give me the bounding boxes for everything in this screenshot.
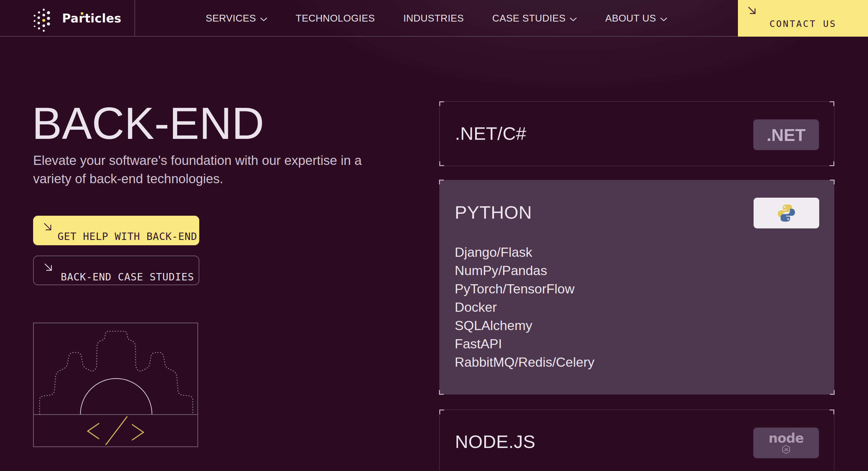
nav-item-technologies[interactable]: TECHNOLOGIES: [296, 13, 375, 24]
list-item: PyTorch/TensorFlow: [455, 280, 594, 298]
get-help-button[interactable]: GET HELP WITH BACK-END: [33, 216, 199, 245]
tech-card-dotnet[interactable]: .NET/C# .NET: [439, 101, 834, 166]
gear-hub-semicircle: [81, 378, 152, 414]
header: Particles SERVICES TECHNOLOGIES INDUSTRI…: [0, 0, 868, 37]
gear-illustration: [34, 323, 197, 414]
tech-card-python[interactable]: PYTHON Django/Flask NumPy/Pandas PyTorch…: [439, 180, 834, 395]
nodejs-logo-icon: node JS: [753, 428, 819, 458]
nav-label: ABOUT US: [605, 13, 656, 24]
get-help-label: GET HELP WITH BACK-END: [33, 231, 199, 242]
brand-i-dot: [81, 12, 83, 15]
particles-logo-icon: [33, 4, 58, 33]
code-band: [34, 414, 197, 446]
contact-us-button[interactable]: CONTACT US: [738, 0, 868, 37]
corner-tick: [830, 101, 834, 106]
backend-illustration: [33, 323, 198, 447]
chevron-down-icon: [570, 13, 577, 24]
nav-label: INDUSTRIES: [403, 13, 464, 24]
corner-tick: [439, 180, 444, 184]
hero-description: Elevate your software's foundation with …: [33, 151, 379, 188]
chevron-down-icon: [260, 13, 267, 24]
contact-us-label: CONTACT US: [738, 18, 868, 29]
case-studies-button[interactable]: BACK-END CASE STUDIES: [33, 256, 199, 285]
chevron-down-icon: [660, 13, 667, 24]
corner-tick: [830, 161, 834, 166]
code-icon: [34, 414, 197, 447]
corner-tick: [439, 161, 444, 166]
nav-label: CASE STUDIES: [492, 13, 565, 24]
nodejs-hexagon-icon: JS: [782, 445, 790, 454]
nav-label: TECHNOLOGIES: [296, 13, 375, 24]
list-item: SQLAlchemy: [455, 316, 594, 335]
python-tech-list: Django/Flask NumPy/Pandas PyTorch/Tensor…: [455, 243, 594, 371]
corner-tick: [439, 409, 444, 414]
arrow-down-right-icon: [747, 6, 757, 16]
list-item: NumPy/Pandas: [455, 262, 594, 280]
backend-technology-page: Particles SERVICES TECHNOLOGIES INDUSTRI…: [0, 0, 868, 471]
main-nav: SERVICES TECHNOLOGIES INDUSTRIES CASE ST…: [135, 0, 738, 37]
corner-tick: [830, 409, 834, 414]
corner-tick: [830, 180, 835, 184]
nav-label: SERVICES: [206, 13, 256, 24]
card-title: .NET/C#: [455, 123, 526, 144]
nav-item-industries[interactable]: INDUSTRIES: [403, 13, 464, 24]
brand-name: Particles: [62, 11, 122, 25]
brand-logo[interactable]: Particles: [0, 0, 135, 37]
list-item: FastAPI: [455, 335, 594, 353]
gear-outline-icon: [40, 331, 193, 414]
list-item: Docker: [455, 298, 594, 316]
list-item: RabbitMQ/Redis/Celery: [455, 353, 594, 371]
page-title: BACK-END: [32, 98, 264, 149]
nav-item-about-us[interactable]: ABOUT US: [605, 13, 667, 24]
nav-item-case-studies[interactable]: CASE STUDIES: [492, 13, 577, 24]
python-logo-icon: [753, 198, 819, 228]
case-studies-label: BACK-END CASE STUDIES: [34, 271, 199, 283]
card-title: NODE.JS: [455, 431, 535, 452]
nav-item-services[interactable]: SERVICES: [206, 13, 267, 24]
corner-tick: [439, 390, 444, 395]
list-item: Django/Flask: [455, 243, 594, 262]
dotnet-logo-icon: .NET: [753, 120, 819, 150]
card-title: PYTHON: [455, 202, 532, 223]
svg-text:JS: JS: [784, 448, 788, 452]
corner-tick: [439, 101, 444, 106]
tech-card-nodejs[interactable]: NODE.JS node JS: [439, 409, 834, 471]
corner-tick: [830, 390, 835, 395]
